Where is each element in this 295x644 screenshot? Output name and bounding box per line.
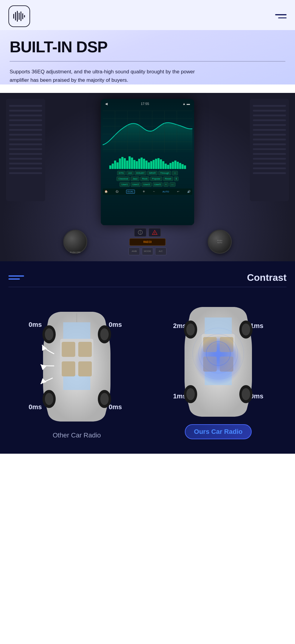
left-car-body (29, 303, 125, 429)
right-car-side: 2ms 1ms 1ms 0ms (150, 298, 287, 439)
contrast-divider (8, 287, 287, 287)
svg-point-64 (100, 328, 109, 340)
hero-divider (10, 61, 285, 62)
svg-rect-12 (9, 124, 42, 126)
right-car-body (170, 298, 266, 424)
mode-btn[interactable]: MODE (142, 247, 153, 255)
svg-rect-9 (9, 110, 42, 112)
svg-rect-8 (9, 105, 42, 107)
amb-btn[interactable]: AMB (129, 247, 140, 255)
contrast-line-2 (8, 278, 20, 280)
svg-rect-13 (9, 129, 42, 131)
contrast-header: Contrast (8, 272, 287, 283)
svg-rect-47 (253, 158, 286, 160)
display-strip: RADIO (129, 238, 166, 246)
svg-point-77 (186, 324, 195, 336)
screen-icons: ▲ ▬ (182, 102, 190, 106)
svg-rect-19 (9, 158, 42, 160)
svg-point-81 (186, 388, 195, 400)
back-arrow: ◀ (105, 102, 107, 106)
right-knob[interactable]: PUSHAUTO (208, 230, 232, 254)
menu-button[interactable] (275, 14, 287, 18)
hero-description: Supports 36EQ adjustment, and the ultra-… (10, 68, 202, 84)
right-car-label: Ours Car Radio (185, 424, 251, 439)
svg-rect-11 (9, 119, 42, 121)
svg-rect-59 (62, 361, 75, 376)
svg-rect-39 (253, 119, 286, 121)
svg-rect-37 (253, 110, 286, 112)
eq-graph (103, 108, 192, 156)
left-car-label: Other Car Radio (53, 431, 101, 439)
left-car-side: 0ms 0ms 0ms 0ms (8, 303, 145, 439)
svg-rect-42 (253, 134, 286, 136)
svg-rect-40 (253, 124, 286, 126)
svg-rect-48 (253, 163, 286, 164)
svg-rect-22 (9, 172, 42, 174)
svg-rect-45 (253, 148, 286, 150)
header (0, 0, 295, 30)
svg-rect-0 (13, 14, 14, 19)
svg-rect-46 (253, 153, 286, 155)
menu-line-2 (278, 17, 287, 19)
car-dashboard: ◀ 17:55 ▲ ▬ (0, 93, 295, 261)
car-dashboard-section: ◀ 17:55 ▲ ▬ (0, 93, 295, 261)
vent-right (250, 99, 289, 201)
svg-rect-41 (253, 129, 286, 131)
svg-rect-75 (220, 357, 233, 372)
svg-rect-49 (253, 167, 286, 169)
svg-rect-3 (19, 13, 20, 20)
svg-rect-14 (9, 134, 42, 136)
svg-rect-36 (253, 105, 286, 107)
svg-rect-20 (9, 163, 42, 164)
cars-comparison: 0ms 0ms 0ms 0ms (8, 298, 287, 439)
svg-point-79 (242, 324, 250, 336)
svg-rect-10 (9, 115, 42, 116)
svg-rect-50 (253, 172, 286, 174)
svg-rect-2 (17, 11, 18, 22)
svg-rect-21 (9, 167, 42, 169)
contrast-line-1 (8, 275, 24, 277)
contrast-title: Contrast (247, 272, 287, 283)
svg-rect-18 (9, 153, 42, 155)
svg-point-66 (45, 393, 53, 405)
center-btn-2[interactable] (149, 228, 161, 237)
left-knob[interactable]: PUSH OFF (63, 230, 87, 254)
svg-rect-74 (203, 357, 217, 372)
menu-line-1 (275, 14, 287, 15)
svg-rect-58 (78, 342, 92, 357)
svg-point-83 (242, 388, 250, 400)
svg-rect-17 (9, 148, 42, 150)
svg-rect-44 (253, 143, 286, 145)
svg-rect-43 (253, 139, 286, 140)
svg-rect-16 (9, 143, 42, 145)
screen-bezel: ◀ 17:55 ▲ ▬ (101, 99, 194, 225)
screen-inner: ◀ 17:55 ▲ ▬ (101, 99, 194, 225)
svg-rect-38 (253, 115, 286, 116)
svg-point-68 (100, 393, 109, 405)
ac-btn[interactable]: A/C (155, 247, 166, 255)
svg-rect-60 (78, 361, 92, 376)
right-car-overhead: 2ms 1ms 1ms 0ms (170, 298, 266, 424)
left-car-overhead: 0ms 0ms 0ms 0ms (29, 303, 125, 429)
page-title: BUILT-IN DSP (10, 38, 285, 56)
svg-point-55 (154, 234, 155, 234)
svg-rect-5 (22, 13, 23, 19)
svg-rect-1 (15, 12, 16, 20)
center-btn-1[interactable] (134, 228, 146, 237)
screen-time: 17:55 (141, 102, 149, 106)
svg-rect-4 (20, 11, 21, 21)
logo (8, 5, 30, 27)
hero-section: BUILT-IN DSP Supports 36EQ adjustment, a… (0, 30, 295, 84)
logo-icon (13, 10, 26, 23)
contrast-section: Contrast 0ms 0ms 0ms 0ms (0, 261, 295, 454)
svg-point-62 (45, 328, 53, 340)
svg-rect-57 (62, 342, 75, 357)
vent-left (6, 99, 45, 201)
svg-rect-15 (9, 139, 42, 140)
contrast-lines-icon (8, 275, 24, 280)
svg-rect-6 (24, 15, 25, 17)
screen-topbar: ◀ 17:55 ▲ ▬ (103, 101, 192, 106)
